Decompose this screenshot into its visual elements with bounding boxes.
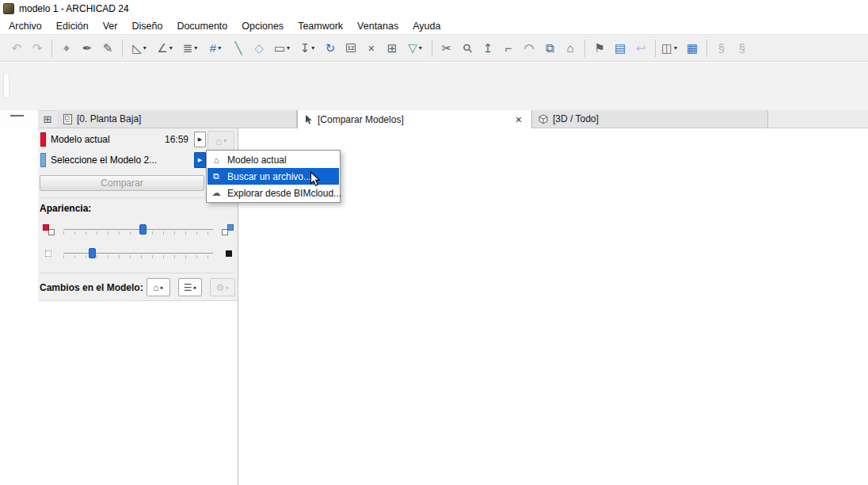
menu-item-modelo-actual[interactable]: ⌂ Modelo actual (207, 151, 339, 168)
door-window-icon[interactable]: ◫▾ (657, 37, 682, 59)
menu-archivo[interactable]: Archivo (2, 18, 49, 34)
drafting-grid-icon[interactable]: ⊞▾ (382, 37, 402, 59)
menu-ver[interactable]: Ver (96, 18, 125, 34)
resize-icon[interactable]: ⧉▾ (539, 37, 560, 59)
empty-palette-strip (4, 74, 9, 97)
tab-planta-baja[interactable]: [0. Planta Baja] (57, 110, 297, 128)
main-toolbar: ↶▾↷▾▾⌖▾✒▾✎▾▾◺▾∠▾≣▾#▾╲▾◇▾▭▾↧▾↻▾12▾×▾⊞▾▽▾▾… (0, 34, 868, 62)
menu-documento[interactable]: Documento (169, 18, 234, 34)
snap-grid-icon[interactable]: #▾ (203, 37, 228, 59)
compare-button[interactable]: Comparar (40, 175, 204, 191)
menu-diseno[interactable]: Diseño (124, 18, 169, 34)
tab-bar: ⊞ [0. Planta Baja] [Comparar Modelos] × … (38, 110, 868, 128)
separator: ▾ (702, 39, 711, 58)
dimension-text-icon[interactable]: 12▾ (341, 37, 361, 59)
slope-icon[interactable]: ╲▾ (228, 37, 249, 59)
cube-3d-icon (539, 114, 548, 124)
panel-separator (40, 273, 234, 273)
marquee-icon[interactable]: ▭▾ (269, 37, 295, 59)
separator: ▾ (651, 39, 657, 58)
home-story-icon[interactable]: ⌂▾ (560, 37, 581, 59)
dock-area (0, 63, 868, 110)
inject-parameters-icon[interactable]: ✒▾ (77, 37, 97, 59)
model-source-button[interactable]: ⌂ ▾ (207, 131, 234, 151)
model2-menu-button[interactable]: ▶ (194, 152, 206, 168)
changes-label: Cambios en el Modelo: (40, 282, 143, 293)
edit-elements-icon[interactable]: ✎▾ (97, 37, 118, 59)
model2-label: Seleccione el Modelo 2... (51, 155, 157, 166)
home-dim-icon: ⌂ (215, 135, 222, 147)
model1-color-swatch (40, 132, 46, 147)
appearance-label: Apariencia: (40, 203, 91, 214)
delete-icon[interactable]: ×▾ (361, 37, 382, 59)
archicad-window: modelo 1 - ARCHICAD 24 ArchivoEdiciónVer… (0, 0, 868, 485)
floor-plan-icon (63, 114, 72, 124)
highlight-changes-button[interactable]: ⌂ ▸ (147, 278, 170, 296)
title-bar: modelo 1 - ARCHICAD 24 (0, 0, 868, 17)
marker-flag-icon[interactable]: ⚑▾ (589, 37, 610, 59)
redo-icon[interactable]: ↷▾ (27, 37, 48, 59)
tab-label: [3D / Todo] (553, 113, 599, 124)
elevate-icon[interactable]: ↥▾ (478, 37, 498, 59)
hotlink-icon[interactable]: §▾ (711, 37, 732, 59)
tab-close-icon[interactable]: × (512, 114, 525, 125)
model1-row: Modelo actual 16:59 ▶ (40, 130, 206, 149)
menu-ayuda[interactable]: Ayuda (405, 18, 447, 34)
menu-item-explorar-bimcloud[interactable]: ☁ Explorar desde BIMcloud... (207, 185, 339, 201)
list-icon: ☰ (184, 282, 192, 293)
slider-thumb[interactable] (139, 224, 147, 235)
outline-max-icon (226, 250, 232, 257)
tab-filler (768, 110, 868, 128)
window-title: modelo 1 - ARCHICAD 24 (19, 3, 129, 14)
xref-icon[interactable]: §▾ (732, 37, 752, 59)
model2-fill-icon (222, 224, 235, 236)
model1-fill-icon (43, 224, 56, 236)
menu-bar: ArchivoEdiciónVerDiseñoDocumentoOpciones… (0, 17, 868, 34)
model2-color-swatch (40, 153, 46, 167)
model1-time: 16:59 (165, 134, 194, 145)
gravity-icon[interactable]: ↧▾ (295, 37, 320, 59)
split-icon[interactable]: ✂▾ (436, 37, 457, 59)
tab-3d-todo[interactable]: [3D / Todo] (532, 110, 768, 128)
model1-label: Modelo actual (51, 134, 110, 145)
mini-arrow-icon: ▸ (161, 285, 164, 291)
filter-icon[interactable]: ▽▾ (402, 37, 428, 59)
schedule-icon[interactable]: ▦▾ (682, 37, 702, 59)
renovation-icon[interactable]: ↻▾ (320, 37, 341, 59)
collapsed-palette-handle[interactable] (10, 115, 24, 116)
model-changes-row: Cambios en el Modelo: ⌂ ▸ ☰ ▸ ⚙ ▸ (40, 278, 237, 297)
fillet-icon[interactable]: ◠▾ (519, 37, 539, 59)
element-list-icon[interactable]: ▤▾ (610, 37, 630, 59)
menu-teamwork[interactable]: Teamwork (291, 18, 350, 34)
changes-list-button[interactable]: ☰ ▸ (178, 278, 202, 296)
snap-points-icon[interactable]: ≣▾ (177, 37, 203, 59)
highlight-changes-icon: ⌂ (154, 282, 159, 293)
pickup-parameters-icon[interactable]: ⌖▾ (56, 37, 77, 59)
separator: ▾ (118, 39, 127, 58)
magic-wand-icon[interactable]: ◇▾ (249, 37, 269, 59)
separator: ▾ (428, 39, 436, 58)
mini-arrow-icon: ▸ (227, 285, 230, 291)
menu-ventanas[interactable]: Ventanas (350, 18, 405, 34)
app-icon (3, 3, 14, 14)
separator: ▾ (48, 39, 56, 58)
quad-view-icon[interactable]: ⊞ (38, 110, 57, 128)
tab-comparar-modelos[interactable]: [Comparar Modelos] × (297, 110, 532, 128)
trim-icon[interactable]: ⌐▾ (498, 37, 519, 59)
menu-edicion[interactable]: Edición (49, 18, 96, 34)
slider-thumb[interactable] (89, 248, 96, 258)
palette-dock (0, 110, 38, 128)
menu-opciones[interactable]: Opciones (234, 18, 291, 34)
undo-icon[interactable]: ↶▾ (6, 37, 27, 59)
chevron-down-icon: ▾ (223, 137, 227, 144)
back-reference-icon[interactable]: ↩▾ (630, 37, 651, 59)
guide-lines-icon[interactable]: ◺▾ (127, 37, 152, 59)
model1-menu-button[interactable]: ▶ (194, 132, 206, 147)
mini-arrow-icon: ▸ (194, 285, 197, 291)
outline-appearance-slider (41, 246, 235, 262)
mouse-cursor (310, 171, 321, 187)
snap-guides-icon[interactable]: ∠▾ (152, 37, 177, 59)
changes-settings-button[interactable]: ⚙ ▸ (210, 278, 235, 296)
compare-models-icon (304, 114, 313, 124)
zoom-icon[interactable]: ⚲▾ (457, 37, 478, 59)
